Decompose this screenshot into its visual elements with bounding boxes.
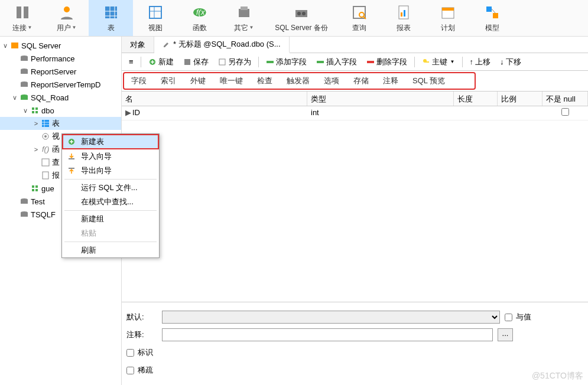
tree-toggle[interactable]: > [32, 120, 40, 127]
watermark: @51CTO博客 [532, 371, 583, 381]
chevron-down-icon: ▼ [72, 25, 77, 30]
toolbar-schedule[interactable]: 计划 [425, 0, 470, 36]
toolbar-user[interactable]: 用户▼ [44, 0, 89, 36]
ctx-newgroup[interactable]: 新建组 [62, 212, 159, 226]
toolbar-function[interactable]: f(x)函数 [177, 0, 222, 36]
col-notnull[interactable]: 不是 null [542, 92, 588, 106]
svg-rect-0 [17, 6, 21, 18]
insertfield-button[interactable]: 插入字段 [313, 55, 360, 69]
identity-checkbox[interactable]: 标识 [126, 347, 153, 358]
col-scale[interactable]: 比例 [498, 92, 542, 106]
toolbar-model[interactable]: 模型 [470, 0, 514, 36]
toolbar-connect[interactable]: 连接▼ [0, 0, 44, 36]
svg-rect-53 [267, 61, 274, 63]
movedown-button[interactable]: ↓下移 [496, 55, 525, 69]
deletefield-button[interactable]: 删除字段 [363, 55, 411, 69]
new-button[interactable]: 新建 [145, 55, 177, 69]
ctx-new-table[interactable]: 新建表 [62, 134, 159, 149]
toolbar-table[interactable]: 表 [89, 0, 133, 36]
col-length[interactable]: 长度 [454, 92, 498, 106]
row-indicator: ▶ [122, 106, 129, 120]
subtab-9[interactable]: SQL 预览 [405, 76, 452, 86]
saveas-button[interactable]: 另存为 [215, 55, 255, 69]
moveup-button[interactable]: ↑上移 [466, 55, 495, 69]
node-reportservertempdb[interactable]: ReportServerTempD [0, 78, 121, 91]
tab-untitled-label: * 无标题 @SQL_Road.dbo (S... [173, 39, 281, 50]
col-type[interactable]: 类型 [307, 92, 454, 106]
node-performance[interactable]: Performance [0, 52, 121, 65]
tree-toggle[interactable]: ∨ [21, 107, 30, 115]
svg-rect-52 [219, 59, 225, 65]
svg-rect-33 [35, 107, 38, 110]
toolbar-report[interactable]: 报表 [381, 0, 425, 36]
primarykey-button[interactable]: 主键▼ [418, 55, 459, 69]
save-button[interactable]: 保存 [180, 55, 212, 69]
table-row[interactable]: ▶IDint [122, 106, 588, 120]
edit-icon [163, 35, 171, 54]
subtab-2[interactable]: 外键 [183, 76, 213, 86]
subtab-0[interactable]: 字段 [124, 76, 154, 86]
node-dbo[interactable]: ∨dbo [0, 104, 121, 117]
toolbar-backup[interactable]: SQL Server 备份 [266, 0, 337, 36]
svg-rect-49 [21, 213, 28, 217]
withvalue-checkbox[interactable]: 与值 [505, 312, 531, 322]
server-icon [9, 41, 20, 50]
grid-empty-area[interactable] [122, 120, 588, 302]
toolbar-view[interactable]: 视图 [133, 0, 177, 36]
cell-notnull[interactable] [542, 106, 588, 120]
fx-icon: f() [40, 145, 51, 154]
subtab-8[interactable]: 注释 [376, 76, 405, 86]
ctx-find[interactable]: 在模式中查找... [62, 195, 159, 209]
tab-objects[interactable]: 对象 [122, 37, 154, 53]
cell-name[interactable]: ID [129, 106, 307, 120]
toolbar-query[interactable]: 查询 [337, 0, 381, 36]
menu-button[interactable]: ≡ [125, 55, 137, 69]
subtab-4[interactable]: 检查 [250, 76, 280, 86]
comment-input[interactable] [162, 328, 493, 341]
node-tables[interactable]: >表 [0, 117, 121, 130]
default-select[interactable] [162, 311, 500, 324]
cell-length[interactable] [454, 106, 498, 120]
tree-toggle[interactable]: ∨ [1, 42, 9, 50]
svg-rect-57 [425, 61, 429, 63]
tree-toggle[interactable]: ∨ [11, 94, 19, 102]
subtab-6[interactable]: 选项 [317, 76, 346, 86]
ctx-export[interactable]: 导出向导 [62, 164, 159, 178]
saveas-icon [218, 58, 226, 66]
node-reportserver[interactable]: ReportServer [0, 65, 121, 78]
col-name[interactable]: 名 [122, 92, 307, 106]
deletefield-icon [366, 58, 375, 66]
tree-toggle[interactable]: > [32, 146, 40, 153]
ctx-runsql[interactable]: 运行 SQL 文件... [62, 181, 159, 195]
svg-rect-1 [24, 6, 28, 18]
plus-icon [67, 138, 76, 145]
key-icon [422, 58, 430, 66]
sparse-checkbox[interactable]: 稀疏 [126, 365, 153, 376]
chevron-down-icon: ▼ [28, 25, 33, 30]
svg-rect-41 [43, 172, 48, 179]
subtab-7[interactable]: 存储 [346, 76, 376, 86]
addfield-button[interactable]: 添加字段 [262, 55, 310, 69]
svg-rect-42 [32, 185, 34, 188]
action-bar: ≡ 新建 保存 另存为 添加字段 插入字段 删除字段 主键▼ ↑上移 ↓下移 [122, 53, 588, 71]
comment-expand-button[interactable]: ... [498, 328, 513, 341]
export-icon [67, 167, 76, 174]
query-icon [40, 158, 51, 167]
function-icon: f(x) [191, 3, 208, 22]
cell-scale[interactable] [498, 106, 542, 120]
node-sqlroad[interactable]: ∨SQL_Road [0, 91, 121, 104]
schedule-icon [440, 3, 456, 22]
ctx-import[interactable]: 导入向导 [62, 149, 159, 164]
subtab-1[interactable]: 索引 [154, 76, 183, 86]
separator [462, 57, 463, 67]
subtab-3[interactable]: 唯一键 [213, 76, 250, 86]
other-icon [236, 3, 252, 22]
tab-untitled[interactable]: * 无标题 @SQL_Road.dbo (S... [154, 37, 290, 53]
node-sqlserver[interactable]: ∨SQL Server [0, 39, 121, 52]
ctx-refresh[interactable]: 刷新 [62, 243, 159, 257]
report-icon [395, 3, 412, 22]
cell-type[interactable]: int [307, 106, 454, 120]
grid-body: ▶IDint [122, 106, 588, 120]
toolbar-other[interactable]: 其它▼ [222, 0, 266, 36]
subtab-5[interactable]: 触发器 [280, 76, 317, 86]
